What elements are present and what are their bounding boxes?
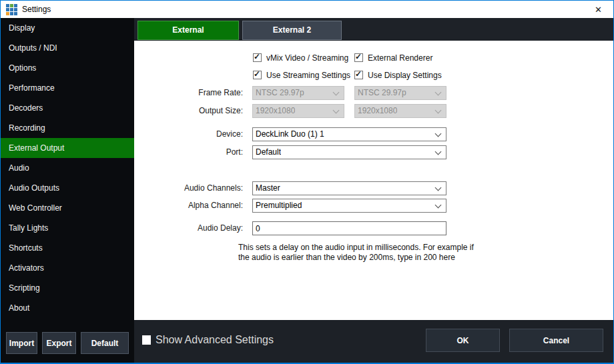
sidebar: Display Outputs / NDI Options Performanc… (1, 18, 134, 363)
chevron-down-icon (435, 149, 442, 155)
tab-external[interactable]: External (137, 21, 239, 40)
sidebar-item-decoders[interactable]: Decoders (1, 98, 134, 118)
alpha-channel-label: Alpha Channel: (134, 199, 243, 213)
alpha-channel-value: Premultiplied (256, 199, 302, 212)
checkbox-box: ✓ (354, 53, 363, 62)
sidebar-item-performance[interactable]: Performance (1, 78, 134, 98)
sidebar-item-audio-outputs[interactable]: Audio Outputs (1, 178, 134, 198)
external-output-form: ✓ vMix Video / Streaming ✓ External Rend… (134, 41, 613, 320)
import-button[interactable]: Import (6, 332, 37, 354)
checkbox-box: ✓ (253, 53, 262, 62)
audio-channels-dropdown[interactable]: Master (252, 181, 446, 195)
tab-external-2[interactable]: External 2 (242, 21, 342, 40)
device-dropdown[interactable]: DeckLink Duo (1) 1 (252, 127, 446, 141)
chevron-down-icon (333, 107, 340, 114)
checkbox-vmix-video-streaming[interactable]: ✓ vMix Video / Streaming (253, 53, 348, 63)
settings-window: Settings ✕ Display Outputs / NDI Options… (0, 0, 614, 364)
checkbox-box (142, 335, 151, 345)
output-size-dropdown-1[interactable]: 1920x1080 (252, 104, 344, 118)
output-size-dropdown-2[interactable]: 1920x1080 (354, 104, 446, 118)
chevron-down-icon (333, 89, 340, 96)
checkbox-label: Show Advanced Settings (156, 334, 274, 346)
audio-channels-value: Master (256, 182, 280, 195)
output-size-value-1: 1920x1080 (256, 105, 295, 117)
chevron-down-icon (435, 131, 442, 137)
export-button[interactable]: Export (42, 332, 76, 354)
close-button[interactable]: ✕ (583, 1, 613, 18)
device-label: Device: (134, 127, 243, 141)
port-dropdown[interactable]: Default (252, 145, 446, 159)
sidebar-item-recording[interactable]: Recording (1, 118, 134, 138)
check-icon: ✓ (254, 69, 260, 79)
sidebar-item-audio[interactable]: Audio (1, 158, 134, 178)
checkbox-box: ✓ (354, 71, 363, 79)
frame-rate-dropdown-2[interactable]: NTSC 29.97p (354, 86, 446, 100)
audio-delay-label: Audio Delay: (134, 221, 243, 235)
main-panel: External External 2 ✓ vMix Video / Strea… (134, 18, 613, 363)
chevron-down-icon (435, 185, 442, 191)
checkbox-label: vMix Video / Streaming (266, 53, 348, 63)
checkbox-show-advanced-settings[interactable]: Show Advanced Settings (142, 335, 274, 345)
sidebar-item-tally-lights[interactable]: Tally Lights (1, 218, 134, 238)
tab-strip: External External 2 (134, 18, 613, 41)
cancel-button[interactable]: Cancel (509, 329, 603, 352)
checkbox-use-display-settings[interactable]: ✓ Use Display Settings (354, 70, 442, 80)
frame-rate-label: Frame Rate: (134, 86, 243, 100)
sidebar-item-external-output[interactable]: External Output (1, 138, 134, 158)
checkbox-label: External Renderer (368, 53, 432, 63)
sidebar-item-web-controller[interactable]: Web Controller (1, 198, 134, 218)
frame-rate-dropdown-1[interactable]: NTSC 29.97p (252, 86, 344, 100)
chevron-down-icon (435, 89, 442, 96)
window-body: Display Outputs / NDI Options Performanc… (1, 18, 613, 363)
sidebar-item-about[interactable]: About (1, 298, 134, 318)
output-size-value-2: 1920x1080 (358, 105, 397, 117)
checkbox-label: Use Display Settings (368, 71, 442, 80)
close-icon: ✕ (595, 5, 602, 15)
audio-channels-label: Audio Channels: (134, 181, 243, 195)
ok-button[interactable]: OK (426, 329, 500, 352)
frame-rate-value-2: NTSC 29.97p (358, 87, 406, 99)
vmix-logo-icon (6, 4, 17, 15)
audio-delay-help-text: This sets a delay on the audio input in … (238, 243, 479, 263)
check-icon: ✓ (355, 69, 362, 79)
checkbox-external-renderer[interactable]: ✓ External Renderer (354, 53, 432, 63)
output-size-label: Output Size: (134, 104, 243, 118)
port-label: Port: (134, 145, 243, 159)
sidebar-item-display[interactable]: Display (1, 18, 134, 38)
checkbox-label: Use Streaming Settings (266, 71, 350, 80)
audio-delay-input[interactable] (252, 221, 446, 235)
sidebar-button-row: Import Export Default (6, 332, 129, 354)
sidebar-item-activators[interactable]: Activators (1, 258, 134, 278)
titlebar: Settings ✕ (1, 1, 613, 18)
default-button[interactable]: Default (81, 332, 129, 354)
check-icon: ✓ (254, 52, 260, 61)
sidebar-item-shortcuts[interactable]: Shortcuts (1, 238, 134, 258)
footer-bar: Show Advanced Settings OK Cancel (134, 320, 613, 363)
sidebar-item-options[interactable]: Options (1, 58, 134, 78)
checkbox-box: ✓ (253, 71, 262, 79)
check-icon: ✓ (355, 52, 362, 61)
port-value: Default (256, 146, 281, 159)
checkbox-use-streaming-settings[interactable]: ✓ Use Streaming Settings (253, 70, 350, 80)
chevron-down-icon (435, 202, 442, 209)
device-value: DeckLink Duo (1) 1 (256, 128, 324, 141)
sidebar-item-outputs-ndi[interactable]: Outputs / NDI (1, 38, 134, 58)
alpha-channel-dropdown[interactable]: Premultiplied (252, 199, 446, 213)
sidebar-item-scripting[interactable]: Scripting (1, 278, 134, 298)
window-title: Settings (22, 5, 51, 14)
chevron-down-icon (435, 107, 442, 114)
frame-rate-value-1: NTSC 29.97p (256, 87, 304, 99)
